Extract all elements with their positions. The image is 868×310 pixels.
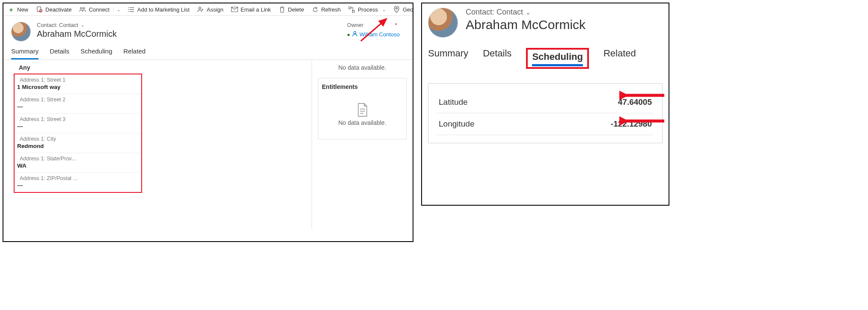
breadcrumb-label: Contact: Contact [466,8,523,17]
chevron-down-icon: ⌄ [81,23,84,27]
plus-icon: + [8,6,15,13]
entitlements-heading: Entitlements [322,83,403,90]
longitude-value[interactable]: -122.12980 [611,119,652,129]
owner-field: Owner * ● William Contoso [347,22,405,41]
assign-label: Assign [207,6,223,13]
svg-point-4 [83,7,85,9]
side-column: No data available. Entitlements No data … [312,60,413,229]
tab-details[interactable]: Details [483,48,511,69]
street2-value[interactable]: --- [15,103,141,113]
process-icon [348,6,355,13]
marketing-list-icon [128,6,135,13]
connect-split[interactable]: ⌄ [113,7,120,12]
deactivate-button[interactable]: Deactivate [36,6,71,13]
tab-scheduling[interactable]: Scheduling [532,51,583,62]
geo-code-button[interactable]: Geo Code [393,6,413,13]
active-underline [532,64,583,66]
tabs: Summary Details Scheduling Related [428,38,663,69]
refresh-button[interactable]: Refresh [312,6,341,13]
trash-icon [279,6,285,13]
zip-label: Address 1: ZIP/Postal ... [15,173,141,182]
street3-label: Address 1: Street 3 [15,114,141,123]
breadcrumb-label: Contact: Contact [37,22,78,28]
form-selector[interactable]: Contact: Contact ⌄ [37,22,117,28]
record-title: Abraham McCormick [37,29,117,39]
delete-button[interactable]: Delete [279,6,304,13]
state-value[interactable]: WA [15,162,141,172]
svg-rect-13 [349,6,351,9]
any-label: Any [11,62,312,74]
process-button[interactable]: Process ⌄ [348,6,386,13]
new-button[interactable]: + New [8,6,28,13]
assign-button[interactable]: Assign [197,6,223,13]
tab-summary[interactable]: Summary [428,48,468,69]
email-link-button[interactable]: Email a Link [231,6,271,13]
chevron-down-icon: ⌄ [117,7,120,12]
svg-point-15 [396,8,398,9]
avatar [428,8,458,38]
longitude-label: Longitude [439,119,474,129]
connect-button[interactable]: Connect [79,6,109,13]
svg-point-16 [354,31,356,33]
address-section-highlight: Address 1: Street 1 1 Microsoft way Addr… [14,74,142,193]
no-data-top: No data available. [318,64,407,71]
latitude-row: Latitude 47.64005 [437,92,654,113]
tab-summary[interactable]: Summary [11,47,39,59]
person-icon [352,31,358,38]
coordinates-card: Latitude 47.64005 Longitude -122.12980 [428,83,663,143]
zip-value[interactable]: --- [15,182,141,192]
assign-icon [197,6,204,13]
contact-form-left-panel: + New Deactivate Connect ⌄ Add to Market… [3,3,413,242]
refresh-label: Refresh [321,6,341,13]
longitude-row: Longitude -122.12980 [437,113,654,135]
record-header: Contact: Contact ⌄ Abraham McCormick Own… [3,16,413,44]
entitlements-card: Entitlements No data available. [318,78,407,139]
process-label: Process [358,6,378,13]
tab-related[interactable]: Related [123,47,146,59]
record-title: Abraham McCormick [466,18,586,32]
geo-code-label: Geo Code [403,6,413,13]
city-value[interactable]: Redmond [15,143,141,153]
latitude-value[interactable]: 47.64005 [618,97,652,107]
avatar [11,22,31,41]
state-label: Address 1: State/Prov... [15,153,141,162]
svg-point-11 [199,7,201,9]
add-to-marketing-label: Add to Marketing List [137,6,190,13]
new-label: New [17,6,28,13]
command-bar: + New Deactivate Connect ⌄ Add to Market… [3,3,413,16]
latitude-label: Latitude [439,97,468,107]
map-pin-icon [393,6,400,13]
city-label: Address 1: City [15,133,141,143]
add-to-marketing-button[interactable]: Add to Marketing List [128,6,190,13]
presence-available-icon: ● [347,32,350,38]
no-data-entitlements: No data available. [322,119,403,126]
email-icon [231,6,238,13]
required-asterisk: * [395,22,397,28]
tabs: Summary Details Scheduling Related [3,44,413,60]
svg-point-3 [80,7,82,9]
contact-form-right-panel: Contact: Contact ⌄ Abraham McCormick Sum… [421,3,669,206]
tab-scheduling-highlight: Scheduling [526,48,589,69]
chevron-down-icon: ⌄ [526,9,531,16]
document-icon [357,103,368,117]
street1-label: Address 1: Street 1 [15,74,141,84]
street1-value[interactable]: 1 Microsoft way [15,84,141,94]
deactivate-icon [36,6,43,13]
connect-icon [79,6,86,13]
tab-related[interactable]: Related [603,48,636,69]
chevron-down-icon: ⌄ [382,7,386,12]
form-body: Any Address 1: Street 1 1 Microsoft way … [3,60,413,229]
refresh-icon [312,6,318,13]
tab-details[interactable]: Details [50,47,69,59]
form-selector[interactable]: Contact: Contact ⌄ [466,8,586,17]
connect-label: Connect [89,6,109,13]
tab-scheduling[interactable]: Scheduling [80,47,112,59]
deactivate-label: Deactivate [45,6,71,13]
street3-value[interactable]: --- [15,123,141,133]
delete-label: Delete [288,6,304,13]
email-link-label: Email a Link [241,6,271,13]
owner-label: Owner [347,22,363,28]
street2-label: Address 1: Street 2 [15,94,141,103]
owner-link[interactable]: William Contoso [360,31,400,38]
